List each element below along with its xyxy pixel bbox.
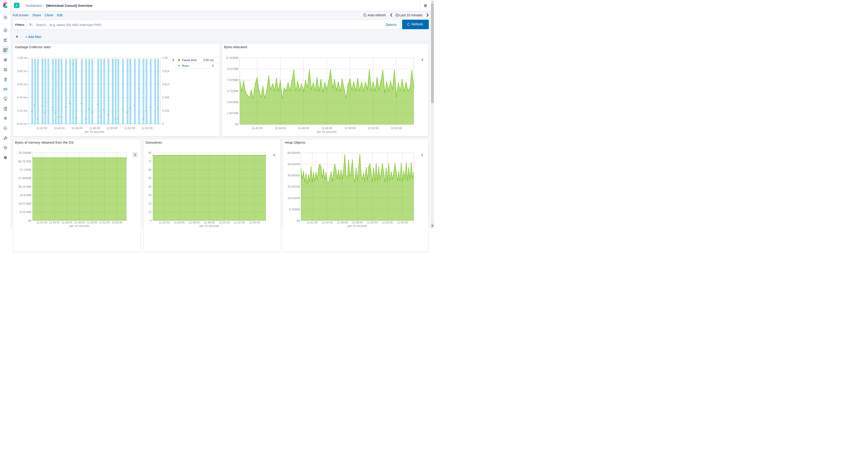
svg-text:0.408: 0.408 (162, 96, 169, 99)
svg-text:0B: 0B (28, 219, 31, 222)
svg-text:11:46:00: 11:46:00 (189, 221, 199, 224)
svg-text:11:42:00: 11:42:00 (36, 221, 47, 224)
svg-text:11:52:00: 11:52:00 (124, 127, 135, 130)
svg-text:38.147MB: 38.147MB (18, 185, 31, 189)
svg-text:28.61MB: 28.61MB (20, 194, 31, 197)
svg-text:11:44:00: 11:44:00 (275, 127, 286, 130)
svg-text:0.204: 0.204 (162, 109, 169, 112)
svg-text:11:54:00: 11:54:00 (249, 221, 260, 224)
svg-text:9.766KB: 9.766KB (289, 208, 300, 211)
svg-text:19.531KB: 19.531KB (287, 197, 300, 200)
svg-text:11:42:00: 11:42:00 (159, 221, 169, 224)
svg-text:11:52:00: 11:52:00 (99, 221, 110, 224)
svg-text:0B: 0B (297, 219, 300, 222)
svg-text:11:50:00: 11:50:00 (106, 127, 117, 130)
svg-text:0.00 ms: 0.00 ms (203, 58, 214, 62)
svg-text:0: 0 (150, 219, 151, 222)
svg-text:11:42:00: 11:42:00 (307, 221, 318, 224)
svg-text:11:54:00: 11:54:00 (391, 127, 402, 130)
svg-text:0.816: 0.816 (162, 70, 169, 73)
svg-text:11.444MB: 11.444MB (225, 57, 239, 60)
svg-text:0.00 ms: 0.00 ms (17, 122, 27, 126)
svg-text:80: 80 (148, 151, 151, 154)
svg-text:60: 60 (148, 168, 151, 171)
svg-text:70: 70 (148, 160, 151, 163)
svg-text:11:50:00: 11:50:00 (344, 127, 355, 130)
svg-text:11:46:00: 11:46:00 (298, 127, 309, 130)
svg-text:11:54:00: 11:54:00 (142, 127, 153, 130)
svg-text:0.40 ms: 0.40 ms (17, 96, 27, 99)
svg-text:3.815MB: 3.815MB (227, 101, 239, 104)
svg-text:per 10 seconds: per 10 seconds (348, 224, 367, 228)
svg-text:11:48:00: 11:48:00 (74, 221, 85, 224)
svg-text:0.612: 0.612 (162, 83, 169, 86)
svg-text:76.294MB: 76.294MB (18, 151, 31, 154)
svg-text:11:48:00: 11:48:00 (321, 127, 332, 130)
svg-text:57.22MB: 57.22MB (20, 168, 31, 171)
svg-text:11:46:00: 11:46:00 (61, 221, 72, 224)
svg-text:11:46:00: 11:46:00 (337, 221, 348, 224)
svg-text:11:44:00: 11:44:00 (322, 221, 333, 224)
svg-text:11:48:00: 11:48:00 (352, 221, 363, 224)
svg-text:11:52:00: 11:52:00 (368, 127, 379, 130)
svg-text:11:50:00: 11:50:00 (219, 221, 230, 224)
svg-text:30: 30 (148, 194, 151, 197)
svg-text:50: 50 (148, 177, 151, 180)
svg-text:11:54:00: 11:54:00 (397, 221, 408, 224)
svg-text:11:50:00: 11:50:00 (87, 221, 97, 224)
svg-text:39.063KB: 39.063KB (287, 174, 300, 177)
svg-text:1.00 ms: 1.00 ms (17, 56, 27, 59)
svg-text:5.722MB: 5.722MB (227, 90, 239, 93)
svg-text:11:44:00: 11:44:00 (49, 221, 60, 224)
svg-text:58.594KB: 58.594KB (287, 151, 300, 154)
svg-text:0B: 0B (235, 123, 239, 126)
svg-text:0: 0 (212, 64, 214, 67)
svg-text:9.537MB: 9.537MB (20, 210, 31, 214)
svg-text:per 10 seconds: per 10 seconds (85, 130, 104, 134)
svg-text:19.073MB: 19.073MB (18, 202, 31, 205)
svg-text:per 10 seconds: per 10 seconds (70, 224, 89, 228)
svg-text:per 10 seconds: per 10 seconds (317, 130, 337, 134)
svg-text:1.02: 1.02 (162, 56, 168, 59)
svg-text:0.80 ms: 0.80 ms (17, 70, 27, 73)
svg-text:9.537MB: 9.537MB (227, 68, 239, 71)
svg-text:66.757MB: 66.757MB (18, 160, 31, 163)
svg-text:per 10 seconds: per 10 seconds (199, 224, 219, 228)
svg-text:11:52:00: 11:52:00 (382, 221, 393, 224)
svg-text:11:42:00: 11:42:00 (252, 127, 262, 130)
svg-text:11:50:00: 11:50:00 (367, 221, 378, 224)
svg-text:1.907MB: 1.907MB (227, 112, 239, 115)
svg-text:11:52:00: 11:52:00 (234, 221, 245, 224)
svg-text:10: 10 (148, 210, 151, 214)
svg-text:11:48:00: 11:48:00 (204, 221, 215, 224)
svg-text:11:48:00: 11:48:00 (89, 127, 100, 130)
svg-text:11:44:00: 11:44:00 (174, 221, 185, 224)
svg-text:47.684MB: 47.684MB (18, 177, 31, 180)
svg-text:40: 40 (148, 185, 151, 189)
svg-text:Pause time: Pause time (182, 58, 197, 62)
svg-text:0: 0 (162, 122, 164, 126)
svg-text:20: 20 (148, 202, 151, 205)
svg-text:11:54:00: 11:54:00 (112, 221, 122, 224)
svg-text:11:46:00: 11:46:00 (71, 127, 82, 130)
svg-text:29.297KB: 29.297KB (287, 185, 300, 189)
svg-text:0.60 ms: 0.60 ms (17, 83, 27, 86)
svg-text:7.629MB: 7.629MB (227, 79, 239, 82)
svg-text:Runs: Runs (182, 64, 189, 67)
svg-text:11:42:00: 11:42:00 (36, 127, 47, 130)
svg-text:11:44:00: 11:44:00 (54, 127, 65, 130)
svg-text:0.20 ms: 0.20 ms (17, 109, 27, 112)
svg-text:48.828KB: 48.828KB (287, 163, 300, 166)
